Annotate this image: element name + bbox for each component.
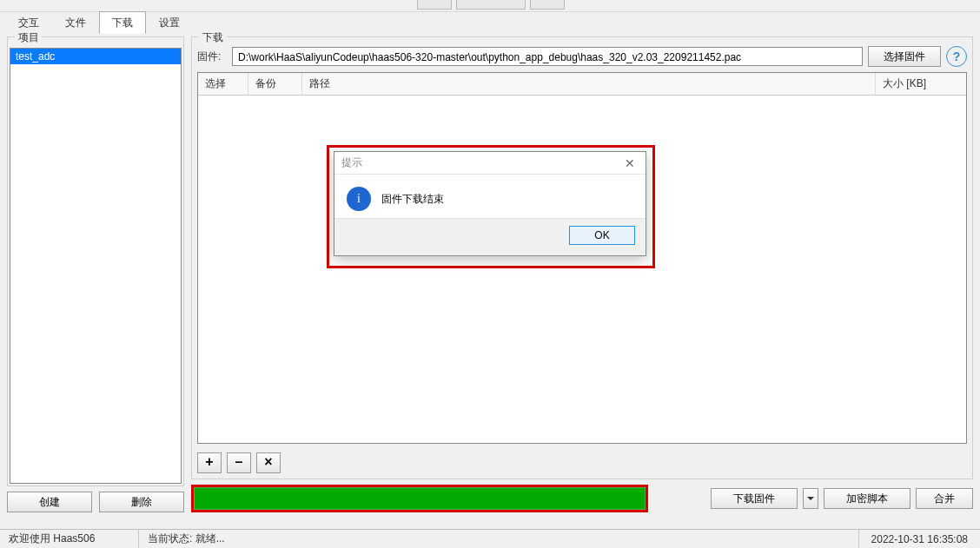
download-firmware-button[interactable]: 下载固件 <box>711 488 798 509</box>
remove-button[interactable]: – <box>227 452 251 473</box>
status-bar: 欢迎使用 Haas506 当前状态: 就绪... 2022-10-31 16:3… <box>0 529 980 548</box>
col-size[interactable]: 大小 [KB] <box>876 73 966 95</box>
toolbar-placeholder <box>456 0 526 10</box>
create-button[interactable]: 创建 <box>7 492 92 512</box>
tab-file[interactable]: 文件 <box>52 11 99 33</box>
clear-button[interactable]: × <box>256 452 281 473</box>
delete-button[interactable]: 删除 <box>99 492 184 512</box>
status-state-label: 当前状态: <box>148 531 192 546</box>
firmware-path-input[interactable]: D:\work\HaaS\aliyunCodeup\haas506-320-ma… <box>232 47 863 66</box>
col-backup[interactable]: 备份 <box>248 73 302 95</box>
tab-settings[interactable]: 设置 <box>146 11 193 33</box>
dialog-title: 提示 <box>341 155 362 170</box>
file-table[interactable]: 选择 备份 路径 大小 [KB] <box>197 72 967 444</box>
progress-highlight <box>191 485 648 512</box>
add-button[interactable]: + <box>197 452 222 473</box>
main-tabs: 交互 文件 下载 设置 <box>0 12 980 33</box>
status-state-value: 就绪... <box>195 531 225 546</box>
status-state: 当前状态: 就绪... <box>139 530 859 548</box>
merge-button[interactable]: 合并 <box>916 488 973 509</box>
dialog-close-icon[interactable]: ✕ <box>621 156 639 170</box>
dialog-message: 固件下载结束 <box>381 192 444 207</box>
download-group: 下载 固件: D:\work\HaaS\aliyunCodeup\haas506… <box>191 36 973 479</box>
status-time: 2022-10-31 16:35:08 <box>859 533 980 545</box>
tab-download[interactable]: 下载 <box>99 11 146 34</box>
download-group-title: 下载 <box>199 30 227 45</box>
status-welcome: 欢迎使用 Haas506 <box>0 530 139 548</box>
col-path[interactable]: 路径 <box>302 73 876 95</box>
toolbar-placeholder <box>417 0 452 10</box>
project-list[interactable]: test_adc <box>10 48 182 484</box>
top-toolbar-strip <box>0 0 980 12</box>
progress-bar <box>194 487 646 510</box>
project-group: 项目 test_adc <box>7 36 184 486</box>
project-group-title: 项目 <box>15 30 43 45</box>
ok-button[interactable]: OK <box>569 226 635 245</box>
select-firmware-button[interactable]: 选择固件 <box>868 46 941 67</box>
col-select[interactable]: 选择 <box>198 73 248 95</box>
table-header: 选择 备份 路径 大小 [KB] <box>198 73 966 96</box>
toolbar-placeholder <box>530 0 565 10</box>
download-dropdown[interactable] <box>803 488 818 509</box>
encrypt-script-button[interactable]: 加密脚本 <box>824 488 910 509</box>
chevron-down-icon <box>806 494 815 503</box>
info-dialog: 提示 ✕ i 固件下载结束 OK <box>334 151 646 256</box>
help-icon[interactable]: ? <box>946 46 967 67</box>
firmware-label: 固件: <box>197 50 227 64</box>
info-icon: i <box>347 187 371 211</box>
project-item[interactable]: test_adc <box>10 49 181 64</box>
